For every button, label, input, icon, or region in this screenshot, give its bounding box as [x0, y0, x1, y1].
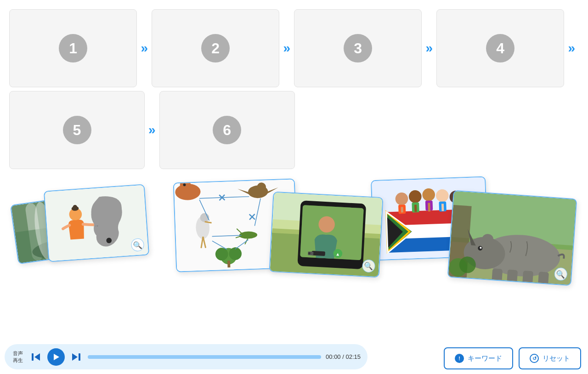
- svg-rect-91: [522, 271, 533, 284]
- step-number-2: 2: [201, 34, 230, 62]
- step-number-1: 1: [59, 34, 87, 62]
- svg-line-76: [429, 203, 430, 212]
- prev-button[interactable]: [29, 350, 43, 364]
- tablet-image: ▲ 🔍: [270, 193, 383, 277]
- keyword-label: キーワード: [468, 354, 502, 363]
- svg-rect-98: [79, 353, 80, 361]
- reset-label: リセット: [543, 354, 570, 363]
- steps-section: 1 » 2 » 3 » 4 » 5 » 6: [0, 0, 588, 174]
- time-current: 00:00: [326, 353, 341, 360]
- step-arrow-4: »: [564, 41, 579, 56]
- cards-section: 🔍: [0, 178, 588, 321]
- step-card-1[interactable]: 1: [9, 9, 137, 87]
- svg-rect-89: [492, 268, 503, 282]
- steps-row-2: 5 » 6: [9, 91, 579, 169]
- keyword-icon: !: [455, 354, 464, 363]
- step-arrow-5: »: [145, 123, 159, 137]
- next-button[interactable]: [69, 350, 83, 364]
- time-separator: /: [341, 353, 346, 360]
- image-card-rhino[interactable]: 🔍: [447, 190, 577, 286]
- keyword-button[interactable]: ! キーワード: [444, 347, 513, 369]
- audio-player: 音声 再生 00:00 / 02:15: [5, 344, 368, 369]
- rhino-image: 🔍: [448, 191, 576, 285]
- step-number-4: 4: [486, 34, 514, 62]
- play-button[interactable]: [47, 348, 65, 366]
- image-card-africa[interactable]: 🔍: [44, 184, 149, 262]
- image-card-tablet[interactable]: ▲ 🔍: [269, 192, 384, 278]
- svg-rect-51: [311, 251, 325, 256]
- svg-line-75: [415, 205, 416, 212]
- step-card-5[interactable]: 5: [9, 91, 145, 169]
- time-display: 00:00 / 02:15: [326, 353, 361, 360]
- svg-line-77: [442, 204, 443, 211]
- svg-marker-96: [34, 353, 40, 361]
- step-number-5: 5: [63, 116, 91, 144]
- svg-marker-15: [179, 180, 185, 181]
- svg-marker-99: [72, 353, 78, 361]
- svg-marker-97: [54, 354, 59, 360]
- africa-map-image: 🔍: [45, 185, 148, 261]
- step-number-6: 6: [213, 116, 241, 144]
- reset-button[interactable]: ↺ リセット: [519, 347, 581, 369]
- right-buttons: ! キーワード ↺ リセット: [444, 347, 581, 369]
- step-arrow-2: »: [279, 41, 294, 56]
- svg-rect-95: [32, 353, 34, 361]
- step-card-3[interactable]: 3: [294, 9, 422, 87]
- step-card-4[interactable]: 4: [436, 9, 564, 87]
- steps-row-1: 1 » 2 » 3 » 4 »: [9, 9, 579, 87]
- step-arrow-3: »: [422, 41, 436, 56]
- progress-bar[interactable]: [88, 355, 321, 359]
- svg-text:▲: ▲: [335, 251, 340, 256]
- step-card-2[interactable]: 2: [152, 9, 279, 87]
- svg-rect-33: [227, 261, 230, 267]
- time-total: 02:15: [345, 353, 361, 360]
- reset-icon: ↺: [530, 354, 539, 363]
- svg-rect-92: [538, 272, 549, 285]
- svg-rect-90: [507, 269, 518, 283]
- audio-label: 音声 再生: [11, 350, 24, 363]
- svg-marker-16: [186, 180, 191, 181]
- step-number-3: 3: [344, 34, 372, 62]
- step-arrow-1: »: [137, 41, 152, 56]
- step-card-6[interactable]: 6: [159, 91, 295, 169]
